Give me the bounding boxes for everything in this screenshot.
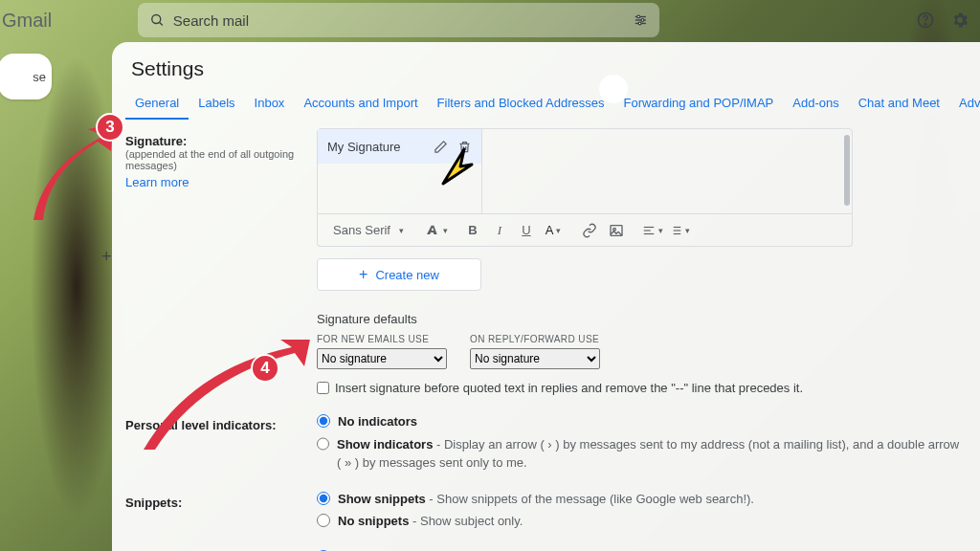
- compose-button[interactable]: se: [0, 54, 52, 99]
- list-button[interactable]: [668, 219, 691, 242]
- font-family-select[interactable]: Sans Serif: [327, 223, 410, 237]
- text-color-button[interactable]: A: [542, 219, 565, 242]
- scrollbar[interactable]: [844, 135, 850, 206]
- help-icon[interactable]: [915, 10, 936, 31]
- insert-signature-label: Insert signature before quoted text in r…: [335, 381, 803, 395]
- settings-tabs: General Labels Inbox Accounts and Import…: [112, 90, 980, 121]
- tab-general[interactable]: General: [125, 90, 189, 120]
- snippets-label: Snippets:: [125, 494, 305, 510]
- on-reply-select[interactable]: No signature: [470, 348, 600, 369]
- page-title: Settings: [112, 42, 980, 90]
- tab-labels[interactable]: Labels: [189, 90, 244, 120]
- search-box[interactable]: [138, 3, 659, 37]
- for-new-select[interactable]: No signature: [317, 348, 447, 369]
- signature-sublabel: (appended at the end of all outgoing mes…: [125, 148, 305, 171]
- svg-point-11: [613, 228, 616, 231]
- cursor-pointer-icon: [435, 143, 474, 191]
- svg-point-6: [641, 19, 644, 22]
- signature-defaults-title: Signature defaults: [317, 312, 967, 326]
- tab-inbox[interactable]: Inbox: [245, 90, 295, 120]
- gmail-top-bar: Gmail: [0, 0, 980, 40]
- search-icon: [149, 11, 166, 29]
- search-input[interactable]: [173, 12, 633, 29]
- signature-format-toolbar: Sans Serif B I U A: [317, 214, 853, 247]
- signature-preview[interactable]: [482, 129, 852, 213]
- align-button[interactable]: [641, 219, 664, 242]
- gmail-logo: Gmail: [2, 10, 52, 32]
- on-reply-label: ON REPLY/FORWARD USE: [470, 334, 600, 344]
- expand-sidebar-icon[interactable]: +: [101, 247, 112, 267]
- font-size-button[interactable]: [425, 219, 448, 242]
- insert-signature-checkbox[interactable]: [317, 382, 329, 394]
- no-snippets-radio[interactable]: [317, 514, 330, 527]
- tune-icon[interactable]: [633, 11, 649, 29]
- for-new-label: FOR NEW EMAILS USE: [317, 334, 447, 344]
- underline-button[interactable]: U: [515, 219, 538, 242]
- svg-point-9: [924, 24, 925, 25]
- tab-filters[interactable]: Filters and Blocked Addresses: [428, 90, 614, 120]
- bold-button[interactable]: B: [461, 219, 484, 242]
- show-indicators-radio[interactable]: [317, 437, 329, 451]
- tab-chat[interactable]: Chat and Meet: [849, 90, 949, 120]
- signature-item-name: My Signature: [327, 140, 401, 154]
- signature-label: Signature:: [125, 132, 305, 148]
- tab-addons[interactable]: Add-ons: [783, 90, 848, 120]
- annotation-step-3: 3: [96, 113, 124, 142]
- signature-learn-more[interactable]: Learn more: [125, 175, 189, 189]
- tab-advanced[interactable]: Advanced: [949, 90, 980, 120]
- show-snippets-radio[interactable]: [317, 492, 330, 505]
- settings-gear-icon[interactable]: [949, 10, 970, 31]
- svg-point-5: [636, 15, 639, 18]
- settings-panel: Settings General Labels Inbox Accounts a…: [112, 42, 980, 551]
- italic-button[interactable]: I: [488, 219, 511, 242]
- image-button[interactable]: [605, 219, 628, 242]
- signature-editor: My Signature: [317, 128, 853, 214]
- link-button[interactable]: [578, 219, 601, 242]
- no-indicators-radio[interactable]: [317, 414, 330, 428]
- annotation-dot: [599, 75, 628, 103]
- annotation-arrow-3: [19, 124, 134, 230]
- tab-accounts[interactable]: Accounts and Import: [294, 90, 427, 120]
- create-new-signature-button[interactable]: + Create new: [317, 258, 481, 291]
- svg-point-0: [152, 14, 161, 23]
- plus-icon: +: [359, 266, 368, 283]
- svg-line-1: [160, 22, 163, 25]
- annotation-arrow-4: [134, 340, 316, 454]
- svg-point-7: [638, 22, 641, 25]
- tab-forwarding[interactable]: Forwarding and POP/IMAP: [613, 90, 783, 120]
- annotation-step-4: 4: [251, 354, 279, 383]
